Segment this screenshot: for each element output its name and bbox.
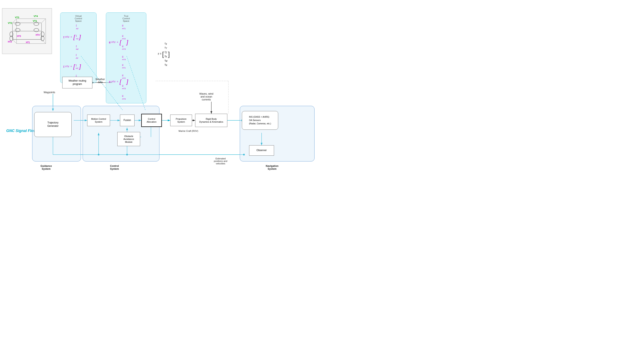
svg-line-42 [12,40,16,44]
control-allocation-box: ControlAllocation [141,114,162,127]
svg-line-43 [42,40,46,44]
weather-routing-box: Weather routingprogram [62,77,92,88]
estimated-positions-label: Estimatedpositions andvelocities [214,157,227,165]
rigid-body-label: Rigid BodyDynamics & Kinematics [199,118,224,124]
svg-text:HT4: HT4 [36,34,40,36]
ins-box: INS (GNSS + AHRS)OA Sensors(Radar, Camer… [242,111,278,130]
svg-text:VT2: VT2 [8,22,12,24]
svg-text:HT2: HT2 [8,41,12,43]
marine-craft-label: Marine Craft (ROV) [178,130,198,132]
weather-data-label: Weatherdata [96,78,105,84]
guidance-system-label: GuidanceSystem [40,164,52,170]
diagram-container: { "title": "GNC Signal Flow Diagram", "r… [0,0,322,179]
svg-text:HT1: HT1 [26,41,30,44]
waves-wind-label: Waves, windand oceancurrents [199,92,214,101]
svg-line-39 [12,19,16,23]
observer-box: Observer [249,145,274,156]
obstacle-avoidance-box: ObstacleAvoidanceModule [117,132,140,146]
svg-text:VT1: VT1 [33,20,37,22]
propulsion-label: PropulsionSystem [176,118,187,124]
true-control-space-box: TrueControlSpace uHTd = [ uHT1 uHT2 uHT3… [106,12,146,103]
fusion-box: Fusion [120,114,134,126]
navigation-system-label: NavigationSystem [266,164,278,170]
true-math-content: uHTd = [ uHT1 uHT2 uHT3 uHT4 ] uHTd = [ … [109,24,143,101]
virtual-control-space-box: VirtualControlSpace τHTd = [ τXd τYd τNd… [60,12,96,83]
obstacle-avoidance-label: ObstacleAvoidanceModule [123,135,134,144]
true-control-space-title: TrueControlSpace [109,15,143,22]
control-system-label: ControlSystem [110,164,119,170]
propulsion-box: PropulsionSystem [170,114,192,126]
virtual-control-space-title: VirtualControlSpace [63,15,94,22]
rigid-body-box: Rigid BodyDynamics & Kinematics [195,114,227,127]
tau-matrix-box: τ = [ τX τY τZ τK τM τN ] [158,42,170,67]
svg-text:HT3: HT3 [17,35,21,37]
control-allocation-label: ControlAllocation [146,118,156,124]
fusion-label: Fusion [124,119,131,122]
trajectory-generator-box: TrajectoryGenerator [34,112,72,137]
waypoints-label: Waypoints [44,91,55,94]
svg-text:VT4: VT4 [34,15,38,18]
motion-control-label: Motion ControlSystem [91,118,106,124]
trajectory-generator-label: TrajectoryGenerator [47,121,58,128]
ins-label: INS (GNSS + AHRS)OA Sensors(Radar, Camer… [249,116,271,125]
virtual-math-content: τHTd = [ τXd τYd τNd ] τVTd = [ τZd τKd … [63,24,94,80]
svg-text:VT3: VT3 [15,16,19,19]
motion-control-box: Motion ControlSystem [87,114,110,126]
weather-routing-label: Weather routingprogram [68,79,86,86]
svg-line-40 [42,19,46,23]
observer-label: Observer [256,149,266,152]
rov-image: VT3 VT4 VT1 VT2 HT3 HT4 HT2 HT1 [2,8,52,54]
gnc-signal-flow-label: GNC Signal Flow [6,129,36,133]
